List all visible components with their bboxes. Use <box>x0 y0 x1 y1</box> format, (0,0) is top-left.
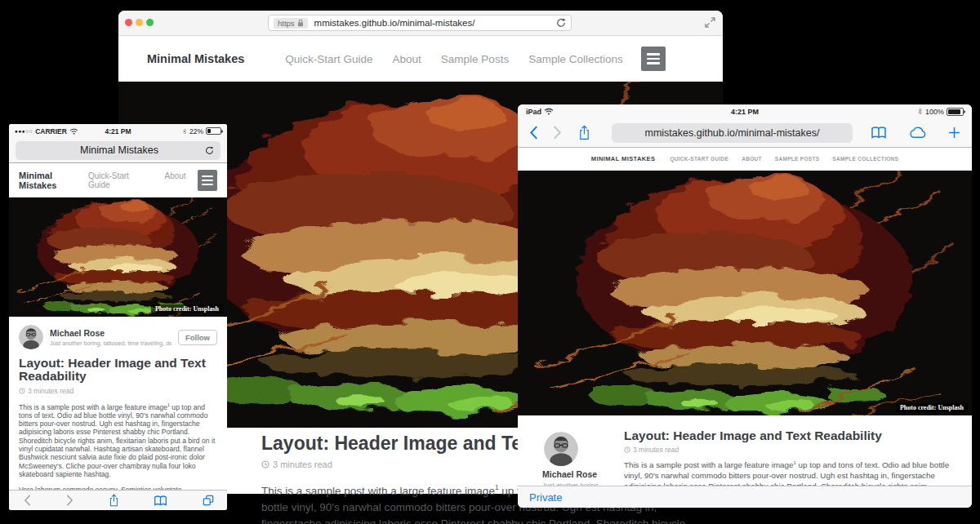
iphone-hero-image: Photo credit: Unsplash <box>9 198 227 317</box>
icloud-tabs-icon[interactable] <box>908 127 927 139</box>
ipad-address-bar[interactable]: mmistakes.github.io/minimal-mistakes/ <box>612 123 853 143</box>
iphone-bottom-toolbar <box>9 490 227 510</box>
ipad-toolbar-icons <box>871 127 960 139</box>
reload-button[interactable] <box>556 18 566 28</box>
author-name: Michael Rose <box>50 328 172 338</box>
ipad-safari-window: iPad 4:21 PM 100% mmistakes.github.io/mi… <box>518 104 972 508</box>
read-time: 3 minutes read <box>19 387 217 395</box>
leaves-photo <box>9 198 227 317</box>
nav-about[interactable]: About <box>393 53 421 65</box>
iphone-address-bar[interactable]: Minimal Mistakes <box>16 141 220 160</box>
avatar <box>544 432 578 466</box>
photo-credit-label: Photo credit: Unsplash <box>151 304 223 313</box>
nav-sample-posts[interactable]: Sample Posts <box>775 156 820 162</box>
follow-button[interactable]: Follow <box>178 330 217 345</box>
post-title: Layout: Header Image and Text Readabilit… <box>624 429 951 443</box>
ipad-hero-image: Photo credit: Unsplash <box>518 171 972 416</box>
iphone-site-nav: Minimal Mistakes Quick-Start Guide About <box>9 163 227 198</box>
zoom-window-button[interactable] <box>146 19 154 26</box>
bluetooth-icon <box>917 107 923 116</box>
avatar <box>19 325 43 349</box>
reload-button[interactable] <box>205 146 214 155</box>
iphone-url-row: Minimal Mistakes <box>9 138 227 163</box>
iphone-safari-window: ●●●○○ CARRIER 4:21 PM 22% Minimal Mistak… <box>9 124 227 510</box>
ipad-toolbar: mmistakes.github.io/minimal-mistakes/ <box>518 119 972 148</box>
fullscreen-expand-icon[interactable] <box>705 16 715 31</box>
author-row: Michael Rose Just another boring, tattoo… <box>19 325 217 349</box>
nav-about[interactable]: About <box>742 156 762 162</box>
battery-percent: 100% <box>925 108 944 116</box>
battery-icon <box>947 108 964 116</box>
hamburger-menu-button[interactable] <box>641 47 666 71</box>
battery-percent: 22% <box>189 127 203 135</box>
nav-sample-collections[interactable]: Sample Collections <box>832 156 898 162</box>
clock-icon <box>624 446 630 453</box>
site-brand[interactable]: Minimal Mistakes <box>19 171 88 190</box>
photo-credit-label: Photo credit: Unsplash <box>896 403 968 412</box>
nav-about[interactable]: About <box>164 171 185 189</box>
https-label: https <box>278 19 295 28</box>
desktop-titlebar: https mmistakes.github.io/minimal-mistak… <box>118 11 723 36</box>
author-bio: Just another boring, tattooed, time trav… <box>50 340 172 347</box>
nav-sample-collections[interactable]: Sample Collections <box>528 53 623 65</box>
iphone-status-bar: ●●●○○ CARRIER 4:21 PM 22% <box>9 124 227 138</box>
ipad-site-nav: Minimal Mistakes Quick-Start Guide About… <box>518 148 972 171</box>
carrier-label: CARRIER <box>35 127 67 135</box>
desktop-site-nav: Minimal Mistakes Quick-Start Guide About… <box>118 36 723 82</box>
nav-quick-start-guide[interactable]: Quick-Start Guide <box>670 156 728 162</box>
ipad-status-bar: iPad 4:21 PM 100% <box>518 104 972 119</box>
lock-icon <box>297 19 304 27</box>
back-button[interactable] <box>24 495 31 506</box>
bookmarks-icon[interactable] <box>154 495 167 506</box>
read-time: 3 minutes read <box>624 446 951 454</box>
nav-quick-start-guide[interactable]: Quick-Start Guide <box>88 171 147 189</box>
iphone-post-content: Michael Rose Just another boring, tattoo… <box>9 317 227 490</box>
bookmarks-icon[interactable] <box>871 127 887 139</box>
minimize-window-button[interactable] <box>136 19 143 26</box>
battery-icon <box>206 127 221 135</box>
site-brand[interactable]: Minimal Mistakes <box>147 52 244 65</box>
ipad-nav-links: Quick-Start Guide About Sample Posts Sam… <box>670 156 898 162</box>
desktop-nav-links: Quick-Start Guide About Sample Posts Sam… <box>285 53 622 65</box>
nav-sample-posts[interactable]: Sample Posts <box>441 53 509 65</box>
iphone-nav-links: Quick-Start Guide About <box>88 171 186 189</box>
clock-icon <box>261 460 270 468</box>
traffic-lights <box>125 19 154 26</box>
site-brand[interactable]: Minimal Mistakes <box>591 155 656 162</box>
post-title: Layout: Header Image and Text Readabilit… <box>19 357 217 384</box>
share-icon[interactable] <box>578 125 590 140</box>
clock-icon <box>19 388 25 394</box>
hamburger-menu-button[interactable] <box>198 170 217 191</box>
desktop-address-bar[interactable]: https mmistakes.github.io/minimal-mistak… <box>268 15 572 31</box>
wifi-icon <box>69 128 78 135</box>
nav-quick-start-guide[interactable]: Quick-Start Guide <box>285 53 372 65</box>
url-text: mmistakes.github.io/minimal-mistakes/ <box>314 18 556 28</box>
author-sidebar: Michael Rose Just another boring, tattoo… <box>518 415 624 486</box>
bluetooth-icon <box>182 127 187 135</box>
tabs-icon[interactable] <box>203 495 214 506</box>
screenshot-stage: https mmistakes.github.io/minimal-mistak… <box>0 0 980 524</box>
leaves-photo <box>518 171 972 416</box>
ipad-post-content: Michael Rose Just another boring, tattoo… <box>518 415 972 486</box>
author-name: Michael Rose <box>542 469 624 479</box>
private-browsing-bar: Private <box>518 486 972 508</box>
signal-dots: ●●●○○ <box>15 128 33 134</box>
new-tab-icon[interactable] <box>948 127 960 139</box>
forward-button[interactable] <box>553 126 562 140</box>
forward-button[interactable] <box>66 495 74 506</box>
close-window-button[interactable] <box>125 19 132 26</box>
clock-time: 4:21 PM <box>518 108 972 116</box>
back-button[interactable] <box>529 126 538 140</box>
post-paragraph-1: This is a sample post with a large featu… <box>19 402 217 479</box>
private-button[interactable]: Private <box>529 491 562 504</box>
share-icon[interactable] <box>109 494 119 507</box>
post-body: Layout: Header Image and Text Readabilit… <box>624 415 972 486</box>
https-badge: https <box>274 18 308 29</box>
post-paragraph-1: This is a sample post with a large featu… <box>624 460 951 486</box>
